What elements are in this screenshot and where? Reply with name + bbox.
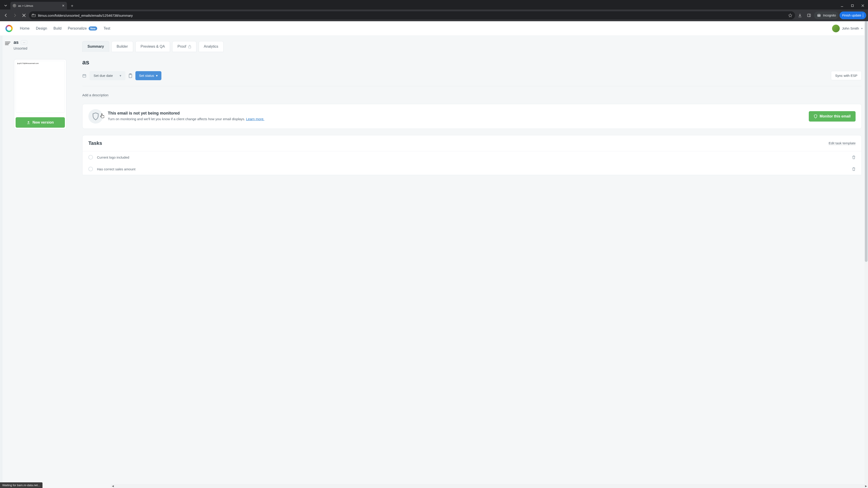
finish-update-label: Finish update <box>842 13 861 17</box>
upload-icon <box>27 121 30 124</box>
svg-point-7 <box>817 15 819 17</box>
set-status-button[interactable]: Set status ▾ <box>135 71 161 80</box>
site-info-icon[interactable] <box>32 14 36 17</box>
url-text: litmus.com/folders/unsorted_emails/email… <box>38 13 786 18</box>
user-menu[interactable]: John Smith ▾ <box>832 25 863 32</box>
svg-point-8 <box>819 15 820 17</box>
sync-esp-button[interactable]: Sync with ESP <box>831 71 862 80</box>
back-button[interactable] <box>2 11 10 20</box>
main-content: Summary Builder Previews & QA Proof Anal… <box>80 36 868 488</box>
monitor-title: This email is not yet being monitored <box>108 111 804 116</box>
sidebar: as ··· Unsorted ljoy0173@litmusemail.com… <box>2 36 80 488</box>
browser-status-bar: Waiting for bam.nr-data.net... <box>0 482 42 488</box>
svg-point-11 <box>863 15 863 15</box>
calendar-icon <box>82 74 86 78</box>
side-panel-icon[interactable] <box>805 11 813 20</box>
tasks-heading: Tasks <box>88 140 102 146</box>
new-badge: New <box>89 26 97 31</box>
incognito-chip[interactable]: Incognito <box>814 11 839 19</box>
caret-down-icon: ▾ <box>156 74 158 78</box>
tab-list-dropdown[interactable] <box>2 2 9 9</box>
task-checkbox[interactable] <box>88 155 93 160</box>
task-checkbox[interactable] <box>88 167 93 171</box>
downloads-icon[interactable] <box>796 11 804 20</box>
browser-tab[interactable]: as > Litmus ✕ <box>10 2 67 9</box>
tab-analytics[interactable]: Analytics <box>199 41 223 52</box>
window-maximize-button[interactable] <box>847 2 858 9</box>
window-minimize-button[interactable] <box>837 2 847 9</box>
chevron-down-icon: ▾ <box>120 74 121 78</box>
svg-rect-13 <box>188 46 191 48</box>
vertical-strip <box>0 36 2 488</box>
litmus-logo[interactable] <box>5 25 13 32</box>
tab-summary[interactable]: Summary <box>82 41 109 52</box>
preview-text: ljoy0173@litmusemail.com <box>17 62 39 64</box>
task-label: Has correct sales amount <box>97 167 848 171</box>
scroll-right-arrow[interactable]: ▶ <box>864 484 868 488</box>
shield-icon <box>88 109 103 124</box>
status-label: Set status <box>139 74 154 77</box>
scrollbar-track[interactable] <box>115 484 864 488</box>
vertical-scrollbar[interactable] <box>864 36 868 484</box>
preview-card: ljoy0173@litmusemail.com New version <box>14 59 66 129</box>
edit-task-template-link[interactable]: Edit task template <box>829 141 856 145</box>
avatar <box>832 25 840 32</box>
nav-personalize-label: Personalize <box>68 26 87 31</box>
new-version-label: New version <box>33 121 54 125</box>
learn-more-link[interactable]: Learn more. <box>246 117 265 121</box>
email-preview-thumbnail[interactable]: ljoy0173@litmusemail.com <box>16 61 65 113</box>
svg-rect-14 <box>83 74 86 77</box>
tab-builder[interactable]: Builder <box>112 41 133 52</box>
bookmark-star-icon[interactable] <box>788 13 792 18</box>
shield-icon <box>814 114 817 119</box>
stop-reload-button[interactable] <box>20 11 28 20</box>
kebab-icon <box>863 13 864 17</box>
incognito-label: Incognito <box>823 13 836 17</box>
svg-rect-1 <box>851 5 854 7</box>
task-label: Current logo included <box>97 156 848 159</box>
forward-button[interactable] <box>11 11 19 20</box>
add-description-link[interactable]: Add a description <box>82 93 108 97</box>
window-close-button[interactable] <box>858 2 868 9</box>
monitor-body: Turn on monitoring and we'll let you kno… <box>108 117 804 122</box>
new-version-button[interactable]: New version <box>16 117 65 128</box>
tasks-card: Tasks Edit task template Current logo in… <box>82 135 862 175</box>
tab-close-icon[interactable]: ✕ <box>62 4 65 7</box>
nav-test[interactable]: Test <box>103 26 110 31</box>
delete-task-icon[interactable] <box>852 155 856 159</box>
folder-link[interactable]: Unsorted <box>13 46 27 50</box>
user-name: John Smith <box>842 26 859 30</box>
page-title: as <box>82 59 862 66</box>
svg-point-10 <box>863 13 863 14</box>
clipboard-icon <box>129 73 132 78</box>
nav-build[interactable]: Build <box>54 26 62 31</box>
nav-design[interactable]: Design <box>36 26 47 31</box>
incognito-icon <box>817 14 821 17</box>
email-title: as <box>13 40 19 45</box>
meta-row: Set due date ▾ Set status ▾ Sync with ES… <box>82 71 862 86</box>
tab-proof-label: Proof <box>178 44 186 48</box>
finish-update-button[interactable]: Finish update <box>839 11 866 19</box>
set-due-date-button[interactable]: Set due date ▾ <box>90 71 125 80</box>
monitor-button-label: Monitor this email <box>819 114 850 119</box>
app-header: Home Design Build Personalize New Test J… <box>0 21 868 36</box>
sidebar-toggle-icon[interactable] <box>5 40 11 46</box>
delete-task-icon[interactable] <box>852 167 856 171</box>
horizontal-scrollbar[interactable]: ◀ ▶ <box>111 484 868 488</box>
tab-proof[interactable]: Proof <box>172 41 196 52</box>
new-tab-button[interactable]: ＋ <box>67 2 77 9</box>
nav-personalize[interactable]: Personalize New <box>68 26 97 31</box>
svg-rect-5 <box>807 14 811 17</box>
scroll-left-arrow[interactable]: ◀ <box>111 484 115 488</box>
monitor-email-button[interactable]: Monitor this email <box>809 111 856 122</box>
nav-home[interactable]: Home <box>20 26 30 31</box>
tab-previews-qa[interactable]: Previews & QA <box>135 41 170 52</box>
task-row: Current logo included <box>83 151 862 163</box>
task-row: Has correct sales amount <box>83 163 862 175</box>
lock-icon <box>188 45 191 48</box>
due-date-label: Set due date <box>94 74 113 77</box>
address-bar[interactable]: litmus.com/folders/unsorted_emails/email… <box>29 11 795 20</box>
scrollbar-thumb[interactable] <box>865 36 868 262</box>
svg-point-12 <box>863 16 863 17</box>
more-actions-button[interactable]: ··· <box>21 40 27 44</box>
